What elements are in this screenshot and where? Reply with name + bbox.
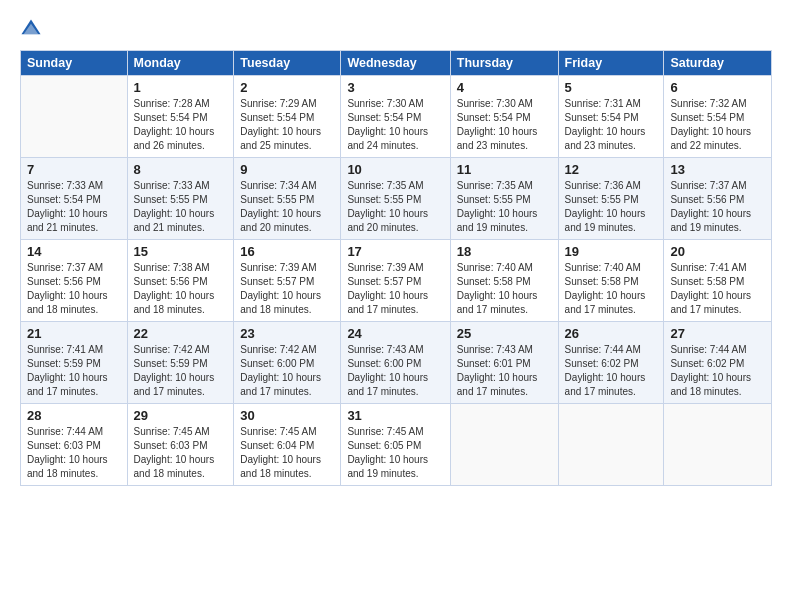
calendar-cell: 13Sunrise: 7:37 AM Sunset: 5:56 PM Dayli… xyxy=(664,158,772,240)
day-number: 5 xyxy=(565,80,658,95)
day-number: 27 xyxy=(670,326,765,341)
calendar-cell: 1Sunrise: 7:28 AM Sunset: 5:54 PM Daylig… xyxy=(127,76,234,158)
day-info: Sunrise: 7:35 AM Sunset: 5:55 PM Dayligh… xyxy=(457,179,552,235)
calendar-week-5: 28Sunrise: 7:44 AM Sunset: 6:03 PM Dayli… xyxy=(21,404,772,486)
day-info: Sunrise: 7:45 AM Sunset: 6:04 PM Dayligh… xyxy=(240,425,334,481)
calendar-cell: 6Sunrise: 7:32 AM Sunset: 5:54 PM Daylig… xyxy=(664,76,772,158)
day-info: Sunrise: 7:43 AM Sunset: 6:00 PM Dayligh… xyxy=(347,343,443,399)
day-info: Sunrise: 7:39 AM Sunset: 5:57 PM Dayligh… xyxy=(240,261,334,317)
day-info: Sunrise: 7:36 AM Sunset: 5:55 PM Dayligh… xyxy=(565,179,658,235)
weekday-header-sunday: Sunday xyxy=(21,51,128,76)
day-info: Sunrise: 7:33 AM Sunset: 5:54 PM Dayligh… xyxy=(27,179,121,235)
day-info: Sunrise: 7:29 AM Sunset: 5:54 PM Dayligh… xyxy=(240,97,334,153)
calendar-cell: 8Sunrise: 7:33 AM Sunset: 5:55 PM Daylig… xyxy=(127,158,234,240)
calendar-cell: 20Sunrise: 7:41 AM Sunset: 5:58 PM Dayli… xyxy=(664,240,772,322)
calendar-cell: 10Sunrise: 7:35 AM Sunset: 5:55 PM Dayli… xyxy=(341,158,450,240)
day-number: 28 xyxy=(27,408,121,423)
day-number: 19 xyxy=(565,244,658,259)
calendar-cell: 16Sunrise: 7:39 AM Sunset: 5:57 PM Dayli… xyxy=(234,240,341,322)
logo xyxy=(20,18,44,40)
day-info: Sunrise: 7:37 AM Sunset: 5:56 PM Dayligh… xyxy=(27,261,121,317)
day-number: 9 xyxy=(240,162,334,177)
page: SundayMondayTuesdayWednesdayThursdayFrid… xyxy=(0,0,792,612)
calendar-cell: 23Sunrise: 7:42 AM Sunset: 6:00 PM Dayli… xyxy=(234,322,341,404)
weekday-header-tuesday: Tuesday xyxy=(234,51,341,76)
calendar-week-3: 14Sunrise: 7:37 AM Sunset: 5:56 PM Dayli… xyxy=(21,240,772,322)
calendar-cell: 28Sunrise: 7:44 AM Sunset: 6:03 PM Dayli… xyxy=(21,404,128,486)
calendar-cell: 19Sunrise: 7:40 AM Sunset: 5:58 PM Dayli… xyxy=(558,240,664,322)
day-number: 14 xyxy=(27,244,121,259)
weekday-header-wednesday: Wednesday xyxy=(341,51,450,76)
calendar-cell: 26Sunrise: 7:44 AM Sunset: 6:02 PM Dayli… xyxy=(558,322,664,404)
day-number: 15 xyxy=(134,244,228,259)
day-number: 10 xyxy=(347,162,443,177)
weekday-header-friday: Friday xyxy=(558,51,664,76)
calendar-cell: 3Sunrise: 7:30 AM Sunset: 5:54 PM Daylig… xyxy=(341,76,450,158)
day-info: Sunrise: 7:41 AM Sunset: 5:58 PM Dayligh… xyxy=(670,261,765,317)
day-info: Sunrise: 7:39 AM Sunset: 5:57 PM Dayligh… xyxy=(347,261,443,317)
day-info: Sunrise: 7:33 AM Sunset: 5:55 PM Dayligh… xyxy=(134,179,228,235)
calendar-cell: 24Sunrise: 7:43 AM Sunset: 6:00 PM Dayli… xyxy=(341,322,450,404)
calendar-cell: 5Sunrise: 7:31 AM Sunset: 5:54 PM Daylig… xyxy=(558,76,664,158)
day-info: Sunrise: 7:40 AM Sunset: 5:58 PM Dayligh… xyxy=(565,261,658,317)
weekday-header-monday: Monday xyxy=(127,51,234,76)
day-number: 20 xyxy=(670,244,765,259)
day-number: 18 xyxy=(457,244,552,259)
day-info: Sunrise: 7:41 AM Sunset: 5:59 PM Dayligh… xyxy=(27,343,121,399)
day-info: Sunrise: 7:28 AM Sunset: 5:54 PM Dayligh… xyxy=(134,97,228,153)
day-info: Sunrise: 7:44 AM Sunset: 6:03 PM Dayligh… xyxy=(27,425,121,481)
day-number: 4 xyxy=(457,80,552,95)
day-info: Sunrise: 7:42 AM Sunset: 5:59 PM Dayligh… xyxy=(134,343,228,399)
day-number: 29 xyxy=(134,408,228,423)
day-info: Sunrise: 7:34 AM Sunset: 5:55 PM Dayligh… xyxy=(240,179,334,235)
day-number: 1 xyxy=(134,80,228,95)
calendar-week-4: 21Sunrise: 7:41 AM Sunset: 5:59 PM Dayli… xyxy=(21,322,772,404)
day-info: Sunrise: 7:30 AM Sunset: 5:54 PM Dayligh… xyxy=(347,97,443,153)
day-info: Sunrise: 7:45 AM Sunset: 6:05 PM Dayligh… xyxy=(347,425,443,481)
day-number: 12 xyxy=(565,162,658,177)
day-info: Sunrise: 7:31 AM Sunset: 5:54 PM Dayligh… xyxy=(565,97,658,153)
day-info: Sunrise: 7:38 AM Sunset: 5:56 PM Dayligh… xyxy=(134,261,228,317)
calendar-cell: 21Sunrise: 7:41 AM Sunset: 5:59 PM Dayli… xyxy=(21,322,128,404)
day-info: Sunrise: 7:45 AM Sunset: 6:03 PM Dayligh… xyxy=(134,425,228,481)
day-number: 13 xyxy=(670,162,765,177)
day-info: Sunrise: 7:43 AM Sunset: 6:01 PM Dayligh… xyxy=(457,343,552,399)
day-info: Sunrise: 7:40 AM Sunset: 5:58 PM Dayligh… xyxy=(457,261,552,317)
calendar-table: SundayMondayTuesdayWednesdayThursdayFrid… xyxy=(20,50,772,486)
calendar-cell xyxy=(558,404,664,486)
calendar-cell xyxy=(21,76,128,158)
day-number: 30 xyxy=(240,408,334,423)
calendar-cell: 11Sunrise: 7:35 AM Sunset: 5:55 PM Dayli… xyxy=(450,158,558,240)
day-number: 31 xyxy=(347,408,443,423)
header xyxy=(20,18,772,40)
day-info: Sunrise: 7:30 AM Sunset: 5:54 PM Dayligh… xyxy=(457,97,552,153)
calendar-cell: 12Sunrise: 7:36 AM Sunset: 5:55 PM Dayli… xyxy=(558,158,664,240)
day-number: 24 xyxy=(347,326,443,341)
day-number: 26 xyxy=(565,326,658,341)
calendar-week-2: 7Sunrise: 7:33 AM Sunset: 5:54 PM Daylig… xyxy=(21,158,772,240)
day-number: 3 xyxy=(347,80,443,95)
calendar-cell: 9Sunrise: 7:34 AM Sunset: 5:55 PM Daylig… xyxy=(234,158,341,240)
day-number: 8 xyxy=(134,162,228,177)
day-info: Sunrise: 7:44 AM Sunset: 6:02 PM Dayligh… xyxy=(565,343,658,399)
day-number: 16 xyxy=(240,244,334,259)
weekday-header-saturday: Saturday xyxy=(664,51,772,76)
day-number: 7 xyxy=(27,162,121,177)
calendar-cell: 31Sunrise: 7:45 AM Sunset: 6:05 PM Dayli… xyxy=(341,404,450,486)
day-number: 17 xyxy=(347,244,443,259)
day-number: 21 xyxy=(27,326,121,341)
day-number: 25 xyxy=(457,326,552,341)
weekday-header-thursday: Thursday xyxy=(450,51,558,76)
calendar-cell: 30Sunrise: 7:45 AM Sunset: 6:04 PM Dayli… xyxy=(234,404,341,486)
day-info: Sunrise: 7:37 AM Sunset: 5:56 PM Dayligh… xyxy=(670,179,765,235)
calendar-cell xyxy=(664,404,772,486)
calendar-cell: 22Sunrise: 7:42 AM Sunset: 5:59 PM Dayli… xyxy=(127,322,234,404)
calendar-week-1: 1Sunrise: 7:28 AM Sunset: 5:54 PM Daylig… xyxy=(21,76,772,158)
calendar-cell: 29Sunrise: 7:45 AM Sunset: 6:03 PM Dayli… xyxy=(127,404,234,486)
day-info: Sunrise: 7:44 AM Sunset: 6:02 PM Dayligh… xyxy=(670,343,765,399)
weekday-header-row: SundayMondayTuesdayWednesdayThursdayFrid… xyxy=(21,51,772,76)
logo-icon xyxy=(20,18,42,40)
calendar-cell: 7Sunrise: 7:33 AM Sunset: 5:54 PM Daylig… xyxy=(21,158,128,240)
day-number: 11 xyxy=(457,162,552,177)
day-number: 6 xyxy=(670,80,765,95)
